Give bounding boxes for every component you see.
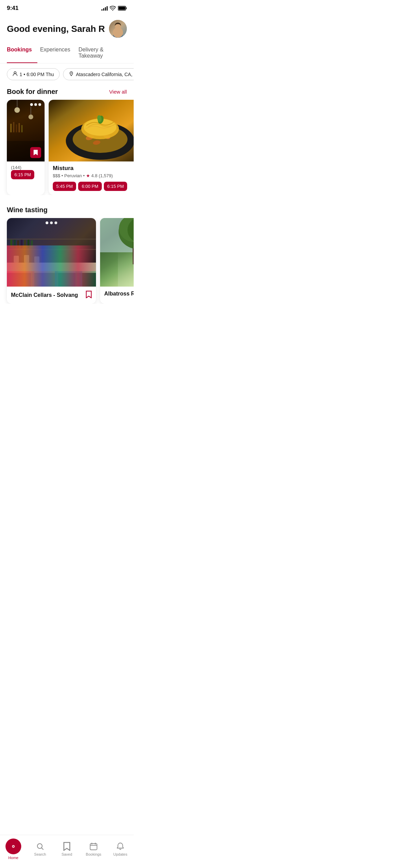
status-icons [101,6,127,11]
card-info-bar: (144) 6:15 PM [7,161,45,183]
svg-rect-15 [16,124,17,132]
greeting-text: Good evening, Sarah R [7,24,109,34]
svg-rect-27 [7,263,96,273]
filter-location-label: Atascadero California, CA, United St... [76,72,134,77]
tab-bookings[interactable]: Bookings [7,43,37,63]
signal-icon [101,6,108,11]
wine-card-albatross[interactable]: Albatross Rid... [100,218,134,304]
svg-rect-43 [75,271,96,287]
svg-rect-37 [24,240,26,248]
card-dots [30,103,41,106]
card-image-mistura [49,100,134,161]
card-review-count: (144) [11,165,40,170]
svg-rect-36 [21,240,23,248]
mccain-dots [46,221,57,224]
svg-rect-34 [14,240,16,248]
location-icon [69,71,74,77]
wine-cards-scroll: McClain Cellars - Solvang [0,218,134,304]
svg-rect-14 [13,122,14,132]
mccain-scene [7,218,96,287]
svg-rect-3 [109,20,127,38]
wine-card-mccain[interactable]: McClain Cellars - Solvang [7,218,96,304]
mccain-label: McClain Cellars - Solvang [7,287,96,304]
svg-rect-41 [31,271,58,287]
main-tabs: Bookings Experiences Delivery & Takeaway [0,43,134,63]
svg-rect-1 [119,7,125,10]
svg-rect-29 [24,255,29,263]
card-image-bar [7,100,45,161]
status-bar: 9:41 [0,0,134,14]
time-slots-bar: 6:15 PM [11,170,40,179]
mccain-name: McClain Cellars - Solvang [11,292,78,298]
battery-icon [118,6,127,11]
filter-location[interactable]: Atascadero California, CA, United St... [63,68,134,80]
status-time: 9:41 [7,5,19,12]
restaurant-card-bar[interactable]: (144) 6:15 PM [7,100,45,195]
filter-guests-time[interactable]: 1 • 6:00 PM Thu [7,68,60,80]
svg-rect-38 [27,240,29,248]
mccain-image [7,218,96,287]
svg-rect-13 [10,124,12,132]
svg-point-7 [71,73,72,74]
svg-rect-35 [17,240,19,248]
header: Good evening, Sarah R [0,14,134,40]
dot-2 [34,103,37,106]
svg-point-8 [14,107,20,113]
person-icon [13,71,17,77]
bookmark-button-bar[interactable] [30,147,41,158]
svg-point-10 [28,114,33,119]
svg-point-5 [113,31,123,38]
svg-rect-40 [7,271,34,287]
svg-rect-2 [126,8,127,9]
book-for-dinner-header: Book for dinner View all [0,85,134,100]
wifi-icon [110,6,116,11]
wine-tasting-section: Wine tasting [0,203,134,304]
star-icon: ★ [86,173,92,178]
card-info-mistura: Mistura $$$ • Peruvian • ★ 4.8 (1,579) 5… [49,161,134,195]
dot-1 [30,103,33,106]
mccain-dot-1 [46,221,48,224]
svg-point-6 [14,72,16,74]
svg-rect-17 [21,125,23,132]
albatross-scene [100,218,134,287]
mistura-food [49,100,134,161]
svg-rect-42 [55,271,82,287]
time-slot-615[interactable]: 6:15 PM [11,170,34,179]
svg-rect-32 [7,249,96,250]
mistura-time-slots: 5:45 PM 6:00 PM 6:15 PM [53,182,134,191]
mccain-dot-2 [50,221,53,224]
svg-rect-31 [7,239,96,240]
book-for-dinner-view-all[interactable]: View all [109,89,127,95]
wine-tasting-title: Wine tasting [7,206,48,214]
albatross-name: Albatross Rid... [104,291,134,297]
avatar-image [109,20,127,38]
svg-rect-33 [10,240,12,248]
mistura-slot-600[interactable]: 6:00 PM [78,182,101,191]
wine-tasting-header: Wine tasting [0,203,134,218]
dot-3 [38,103,41,106]
dinner-cards-scroll: (144) 6:15 PM [0,100,134,195]
mistura-slot-545[interactable]: 5:45 PM [53,182,76,191]
mistura-slot-615[interactable]: 6:15 PM [104,182,127,191]
svg-rect-28 [14,256,19,263]
svg-rect-39 [31,240,33,248]
mistura-name: Mistura [53,165,134,172]
tab-experiences[interactable]: Experiences [40,43,76,63]
albatross-label: Albatross Rid... [100,287,134,301]
avatar[interactable] [109,20,127,38]
svg-rect-16 [19,123,20,132]
filter-guests-label: 1 • 6:00 PM Thu [20,72,54,77]
mccain-dot-3 [54,221,57,224]
tab-delivery[interactable]: Delivery & Takeaway [78,43,124,63]
filter-row: 1 • 6:00 PM Thu Atascadero California, C… [0,63,134,85]
bookmark-button-mccain[interactable] [86,291,92,300]
book-for-dinner-title: Book for dinner [7,88,58,96]
mistura-meta: $$$ • Peruvian • ★ 4.8 (1,579) [53,173,134,178]
albatross-image [100,218,134,287]
svg-rect-30 [34,256,39,263]
restaurant-card-mistura[interactable]: Mistura $$$ • Peruvian • ★ 4.8 (1,579) 5… [49,100,134,195]
